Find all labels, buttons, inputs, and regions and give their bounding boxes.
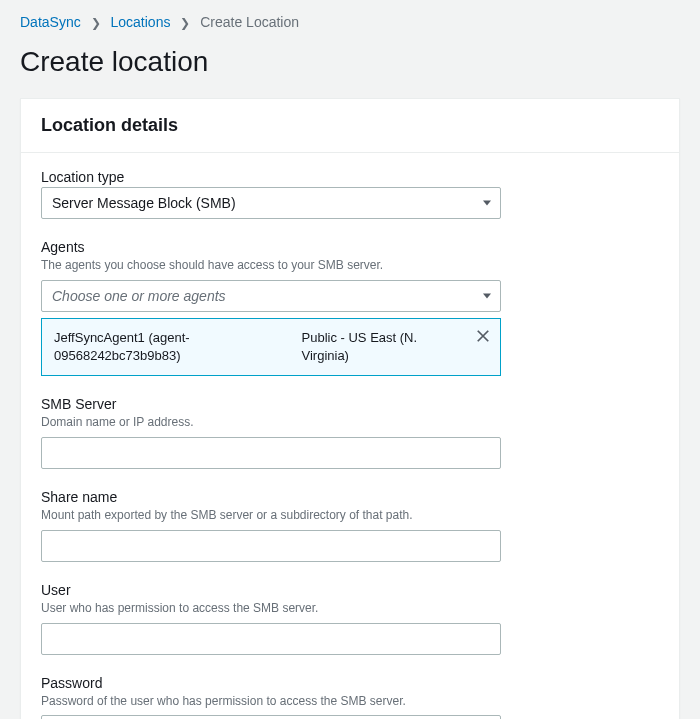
panel-header: Location details [21, 99, 679, 153]
share-name-hint: Mount path exported by the SMB server or… [41, 507, 659, 524]
location-type-value: Server Message Block (SMB) [52, 195, 236, 211]
chevron-right-icon: ❯ [180, 16, 190, 30]
agent-token-endpoint: Public - US East (N. Virginia) [302, 329, 465, 365]
breadcrumb: DataSync ❯ Locations ❯ Create Location [0, 0, 700, 38]
location-type-select[interactable]: Server Message Block (SMB) [41, 187, 501, 219]
field-user: User User who has permission to access t… [41, 582, 659, 655]
agent-token-name: JeffSyncAgent1 (agent-09568242bc73b9b83) [54, 329, 282, 365]
password-label: Password [41, 675, 659, 691]
share-name-input[interactable] [41, 530, 501, 562]
password-input[interactable] [41, 715, 501, 719]
user-hint: User who has permission to access the SM… [41, 600, 659, 617]
user-input[interactable] [41, 623, 501, 655]
user-label: User [41, 582, 659, 598]
page-title: Create location [0, 38, 700, 98]
breadcrumb-link-datasync[interactable]: DataSync [20, 14, 81, 30]
field-agents: Agents The agents you choose should have… [41, 239, 659, 376]
chevron-right-icon: ❯ [91, 16, 101, 30]
smb-server-input[interactable] [41, 437, 501, 469]
close-icon [476, 329, 490, 343]
agents-placeholder: Choose one or more agents [52, 288, 226, 304]
field-location-type: Location type Server Message Block (SMB) [41, 169, 659, 219]
remove-agent-button[interactable] [476, 329, 490, 343]
agents-hint: The agents you choose should have access… [41, 257, 659, 274]
smb-server-label: SMB Server [41, 396, 659, 412]
agents-label: Agents [41, 239, 659, 255]
breadcrumb-current: Create Location [200, 14, 299, 30]
field-share-name: Share name Mount path exported by the SM… [41, 489, 659, 562]
breadcrumb-link-locations[interactable]: Locations [110, 14, 170, 30]
agents-select[interactable]: Choose one or more agents [41, 280, 501, 312]
agent-token: JeffSyncAgent1 (agent-09568242bc73b9b83)… [41, 318, 501, 376]
share-name-label: Share name [41, 489, 659, 505]
field-password: Password Password of the user who has pe… [41, 675, 659, 719]
field-smb-server: SMB Server Domain name or IP address. [41, 396, 659, 469]
location-details-panel: Location details Location type Server Me… [20, 98, 680, 719]
location-type-label: Location type [41, 169, 659, 185]
smb-server-hint: Domain name or IP address. [41, 414, 659, 431]
password-hint: Password of the user who has permission … [41, 693, 659, 710]
